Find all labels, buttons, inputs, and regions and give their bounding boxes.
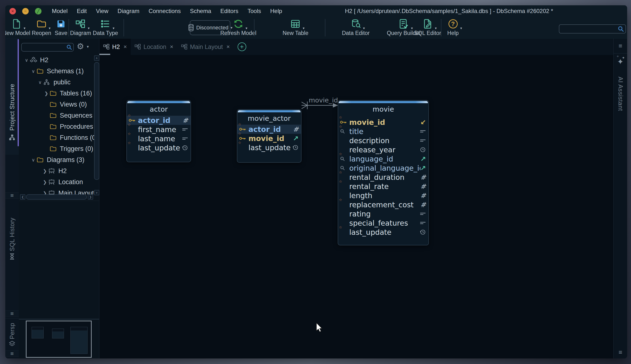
menu-connections[interactable]: Connections (149, 8, 181, 14)
relation-label[interactable]: movie_id (309, 96, 338, 104)
column-row[interactable]: special_features (338, 218, 428, 228)
data-editor-button[interactable]: ▾ Data Editor (342, 18, 370, 36)
tab-h2[interactable]: H2 × (99, 38, 131, 55)
table-actor[interactable]: actor ☆ actor_id # ☆ first_name ☆ (126, 100, 191, 162)
search-icon[interactable] (618, 26, 625, 32)
diagram-canvas[interactable]: H2 × Location × Main Layout × + actor (99, 38, 613, 358)
help-button[interactable]: ? ▾ Help (447, 18, 458, 36)
chevron-collapsed-icon[interactable]: ❯ (42, 179, 48, 185)
column-row[interactable]: ☆ title (338, 127, 428, 136)
horizontal-scrollbar-thumb[interactable] (26, 194, 87, 200)
chevron-down-icon[interactable]: ▾ (411, 26, 413, 30)
save-button[interactable]: Save (55, 18, 67, 36)
chevron-down-icon[interactable]: ▾ (303, 26, 305, 30)
menu-model[interactable]: Model (52, 8, 68, 14)
scroll-down-button[interactable]: ∨ (94, 190, 99, 195)
window-close-button[interactable]: × (10, 8, 16, 14)
refresh-model-button[interactable]: ▾ Refresh Model (220, 18, 256, 36)
chevron-down-icon[interactable]: ▾ (460, 26, 462, 30)
menu-diagram[interactable]: Diagram (118, 8, 139, 14)
tree-item-public[interactable]: ∨ public (19, 77, 99, 88)
rail-tab-sql-history[interactable]: SQL History (5, 199, 19, 271)
reopen-button[interactable]: ▾ Reopen (32, 18, 51, 36)
chevron-down-icon[interactable]: ▾ (246, 26, 248, 30)
chevron-expanded-icon[interactable]: ∨ (30, 68, 37, 74)
column-row[interactable]: ☆ last_name (127, 134, 191, 143)
menu-view[interactable]: View (96, 8, 109, 14)
tree-item-diagrams[interactable]: ∨ Diagrams (3) (19, 154, 99, 165)
chevron-down-icon[interactable]: ▾ (113, 26, 115, 30)
tree-item-diagram-main-layout[interactable]: ❯ Main Layout (19, 188, 99, 194)
table-title[interactable]: actor (127, 105, 191, 113)
column-row[interactable]: ☆ first_name (127, 125, 191, 134)
sql-editor-button[interactable]: ▾ SQL Editor (414, 18, 441, 36)
column-row[interactable]: rating (338, 209, 428, 218)
tree-item-schemas[interactable]: ∨ Schemas (1) (19, 66, 99, 77)
column-row[interactable]: ☆ rental_duration # (338, 172, 428, 182)
menu-editors[interactable]: Editors (221, 8, 239, 14)
new-model-button[interactable]: ▾ New Model (5, 18, 31, 36)
rail-tab-perspectives[interactable]: Persp (5, 318, 19, 348)
column-row[interactable]: length # (338, 191, 428, 200)
column-row[interactable]: ☆ replacement_cost # (338, 200, 428, 209)
chevron-down-icon[interactable]: ▾ (435, 26, 437, 30)
chevron-down-icon[interactable]: ▾ (363, 26, 365, 30)
scroll-right-button[interactable]: ❯ (88, 194, 93, 200)
chevron-collapsed-icon[interactable]: ❯ (43, 91, 50, 96)
column-row[interactable]: release_year (338, 145, 428, 154)
chevron-down-icon[interactable]: ▾ (49, 26, 51, 30)
tree-item-functions[interactable]: Functions (0 (19, 132, 99, 143)
data-type-button[interactable]: ▾ Data Type (93, 18, 118, 36)
new-table-button[interactable]: ▾ New Table (283, 18, 309, 36)
tree-item-sequences[interactable]: Sequences ( (19, 110, 99, 121)
window-minimize-button[interactable]: − (22, 8, 29, 14)
menu-help[interactable]: Help (270, 8, 282, 14)
rail-divider-handle[interactable]: ≡ (5, 310, 19, 317)
new-tab-button[interactable]: + (238, 42, 246, 51)
gear-icon[interactable]: ⚙ (77, 42, 84, 51)
chevron-down-icon[interactable]: ▾ (24, 26, 26, 30)
table-title[interactable]: movie (338, 105, 428, 113)
column-row[interactable]: ☆ last_update (127, 143, 191, 152)
tab-location[interactable]: Location × (131, 38, 177, 55)
column-row[interactable]: ☆ movie_id ↗ (237, 134, 301, 143)
tree-item-procedures[interactable]: Procedures (19, 121, 99, 132)
rail-divider-handle[interactable]: ≡ (5, 350, 19, 357)
chevron-expanded-icon[interactable]: ∨ (30, 157, 37, 163)
scroll-up-button[interactable]: ∧ (94, 56, 99, 61)
table-movie-actor[interactable]: movie_actor ☆ actor_id # ☆ movie_id ↗ (237, 109, 302, 163)
column-row[interactable]: ☆ language_id ↗ (338, 154, 428, 164)
column-row[interactable]: ☆ actor_id # (237, 125, 301, 134)
canvas-menu-button[interactable]: ≡ (614, 38, 627, 54)
column-row[interactable]: description (338, 136, 428, 145)
tree-item-diagram-h2[interactable]: ❯ H2 (19, 165, 99, 176)
minimap-viewport[interactable] (26, 320, 92, 358)
search-icon[interactable] (66, 44, 73, 50)
rail-menu-button[interactable]: ≡ (614, 348, 627, 356)
rail-divider-handle[interactable]: ≡ (5, 192, 19, 199)
tree-item-triggers[interactable]: Triggers (0) (19, 143, 99, 154)
close-icon[interactable]: × (170, 44, 173, 50)
scroll-left-button[interactable]: ❮ (20, 194, 25, 200)
menu-tools[interactable]: Tools (248, 8, 261, 14)
chevron-down-icon[interactable]: ▾ (87, 44, 89, 49)
menu-edit[interactable]: Edit (77, 8, 87, 14)
column-row[interactable]: ☆ actor_id # (127, 116, 191, 125)
tree-search-input[interactable] (22, 44, 66, 50)
rail-tab-project-structure[interactable]: Project Structure (5, 38, 19, 155)
vertical-scrollbar-thumb[interactable] (94, 62, 99, 180)
chevron-collapsed-icon[interactable]: ❯ (42, 168, 48, 174)
tree-item-model-h2[interactable]: ∨ H2 (19, 54, 99, 66)
rail-tab-ai-assistant[interactable]: AI Assistant (617, 77, 624, 111)
chevron-expanded-icon[interactable]: ∨ (23, 57, 30, 63)
global-search-input[interactable] (559, 26, 618, 32)
chevron-down-icon[interactable]: ▾ (88, 26, 90, 30)
window-zoom-button[interactable]: ╱ (35, 8, 42, 14)
column-row[interactable]: ☆ last_update (237, 143, 301, 152)
tab-main-layout[interactable]: Main Layout × (177, 38, 234, 55)
menu-schema[interactable]: Schema (190, 8, 211, 14)
column-row[interactable]: ☆ rental_rate # (338, 182, 428, 191)
diagram-button[interactable]: ▾ Diagram (70, 18, 91, 36)
close-icon[interactable]: × (124, 44, 127, 50)
column-row[interactable]: ☆ last_update (338, 228, 428, 237)
